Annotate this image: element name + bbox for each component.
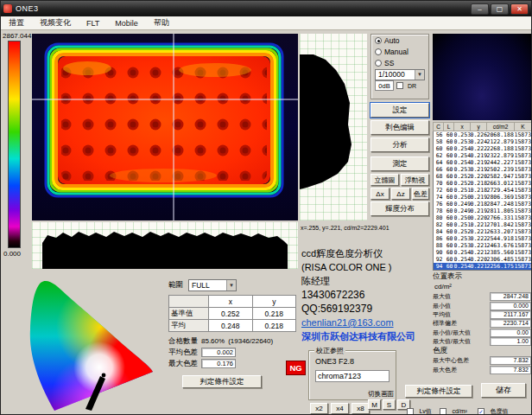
stat-row: 最大中心色差7.832 [433,356,531,365]
float-view-button[interactable]: 浮動視 [401,174,429,186]
horizontal-profile-shape [32,222,298,269]
column-header[interactable]: cd/m2 [487,123,515,131]
menu-item[interactable]: 帮助 [146,16,177,29]
table-row[interactable]: 68600.2520.2202582.94715873 [434,173,532,180]
radio-auto[interactable]: Auto [375,35,428,46]
table-row[interactable]: 58600.2530.2242122.87915873 [434,138,532,145]
calibration-title: 校正参照 [314,346,345,355]
menu-item[interactable]: FLT [79,16,107,29]
radio-manual[interactable]: Manual [375,47,428,57]
column-header[interactable]: y [471,123,487,131]
table-row[interactable]: 84600.2520.2212633.20715873 [434,228,532,235]
view-3d-button[interactable]: 立體圖 [370,174,399,186]
close-icon[interactable]: ✕ [510,3,529,15]
dr-label: DR [408,83,416,89]
table-row[interactable]: 64600.2540.2192442.22715873 [434,159,532,166]
ref-label: 基準值 [169,308,209,320]
judge-condition-button[interactable]: 判定條件設定 [182,375,262,388]
ref-y-value[interactable]: 0.218 [252,308,296,320]
table-row[interactable]: 62600.2540.2192322.87915873 [434,152,532,159]
heatmap-image [32,34,298,220]
app-icon [3,4,12,13]
shutter-dropdown[interactable]: 1/10000 ▼ [375,69,425,80]
zoom-x8-button[interactable]: x8 [352,403,370,414]
cie-diagram [25,274,165,412]
lv-checkbox[interactable]: ✓ [407,408,414,415]
table-row[interactable]: 90600.2540.2212385.56015873 [434,249,532,256]
table-row[interactable]: 82600.2510.2212701.84215873 [434,221,532,228]
lv-checkbox-label: Lv值 [419,408,431,414]
avg-diff-label: 平均色差 [168,348,198,358]
ref-x-value[interactable]: 0.252 [209,308,253,320]
cd-checkbox-row: ✓ cd/m² [440,403,467,415]
colorbar-min-value: 0.000 [3,250,21,258]
ng-status-badge: NG [286,361,306,375]
luminance-dist-button[interactable]: 輝度分布 [370,201,429,216]
column-header[interactable]: L [444,123,454,131]
menu-item[interactable]: Mobile [107,16,146,29]
table-row[interactable]: 66600.2530.2192502.23915873 [434,166,532,173]
avg-y-value: 0.218 [252,320,296,332]
s-button[interactable]: S [383,399,396,410]
stat-row: 標準偏差2230.714 [433,319,531,328]
save-button[interactable]: 儲存 [481,383,526,398]
delta-z-button[interactable]: Δz [391,188,410,200]
table-row[interactable]: 94600.2540.2212256.17515873 [434,263,532,271]
m-button[interactable]: M [368,399,381,410]
stats-title: 位置表示 [433,271,531,282]
radio-ss-icon[interactable] [375,60,382,67]
table-row[interactable]: 92600.2540.2202306.48515873 [434,256,532,263]
stat-row: 最大色差7.832 [433,365,531,374]
contact-line: 深圳市跃创达科技有限公司 [301,329,415,343]
heatmap-view[interactable] [32,34,298,220]
table-row[interactable]: 80600.2500.2202766.33115873 [434,214,532,221]
table-row[interactable]: 56600.2530.2262068.18815873 [434,131,532,139]
table-header-row: CLxycd/m2K [434,123,532,131]
table-row[interactable]: 72600.2510.2182729.45415873 [434,187,532,194]
stat-row: 最小值0.000 [433,301,531,310]
gain-value: 0dB [375,80,394,91]
false-color-edit-button[interactable]: 剥色编辑 [370,120,429,135]
stats-list: 最大值2847.248最小值0.000平均值2117.167標準偏差2230.7… [433,292,531,346]
analyze-button[interactable]: 分析 [370,137,429,152]
table-row[interactable]: 74600.2500.2192806.36915873 [434,194,532,201]
column-header[interactable]: K [515,123,532,131]
column-header[interactable]: x [454,123,471,131]
color-scale-bar [8,41,21,248]
switch-view-label: 切换画面 [368,390,394,399]
delta-x-button[interactable]: Δx [370,188,390,200]
table-row[interactable]: 86600.2530.2222544.91815873 [434,235,532,242]
measurement-table[interactable]: CLxycd/m2K 56600.2530.2262068.1881587358… [433,122,532,271]
zoom-x2-button[interactable]: x2 [310,403,328,414]
minimize-icon[interactable]: – [471,3,489,15]
menu-item[interactable]: 视频变化 [32,16,79,29]
maximize-icon[interactable]: ▢ [491,3,509,15]
contact-line: QQ:569192379 [301,302,415,316]
stats-unit: cd/m² [434,283,531,290]
column-header[interactable]: C [434,123,444,131]
radio-ss[interactable]: SS [375,58,428,68]
table-row[interactable]: 76600.2490.2182847.24815873 [434,201,532,208]
table-row[interactable]: 70600.2520.2182663.01215873 [434,180,532,187]
cd-checkbox[interactable]: ✓ [440,408,446,415]
measure-button[interactable]: 測定 [370,156,429,171]
table-row[interactable]: 78600.2490.2192811.80515873 [434,208,532,214]
chroma-checkbox-row: ✓ 色度值 [478,403,508,415]
radio-auto-icon[interactable] [375,37,382,44]
range-dropdown[interactable]: FULL ▼ [188,279,237,291]
avg-diff-value: 0.002 [201,348,236,357]
table-row[interactable]: 60600.2540.2222268.18815873 [434,145,532,152]
zoom-x4-button[interactable]: x4 [331,403,349,414]
window-title: ONE3 [16,4,39,13]
dr-checkbox[interactable]: ✓ [396,82,403,89]
chroma-stats: 色度 最大中心色差7.832最大色差7.832 [433,346,531,374]
menu-item[interactable]: 措置 [1,16,32,29]
radio-manual-icon[interactable] [375,48,382,55]
set-button[interactable]: 設定 [370,103,429,118]
table-row[interactable]: 88600.2530.2212463.67615873 [434,242,532,249]
color-diff-button[interactable]: 色差 [412,188,429,200]
cursor-readout: x=.255, y=.221, cd/m2=2229.401 [301,225,390,231]
chroma-checkbox[interactable]: ✓ [478,408,484,415]
calibration-lens: chroma7123 [315,370,390,382]
judge-condition-button-2[interactable]: 判定條件設定 [405,385,472,398]
